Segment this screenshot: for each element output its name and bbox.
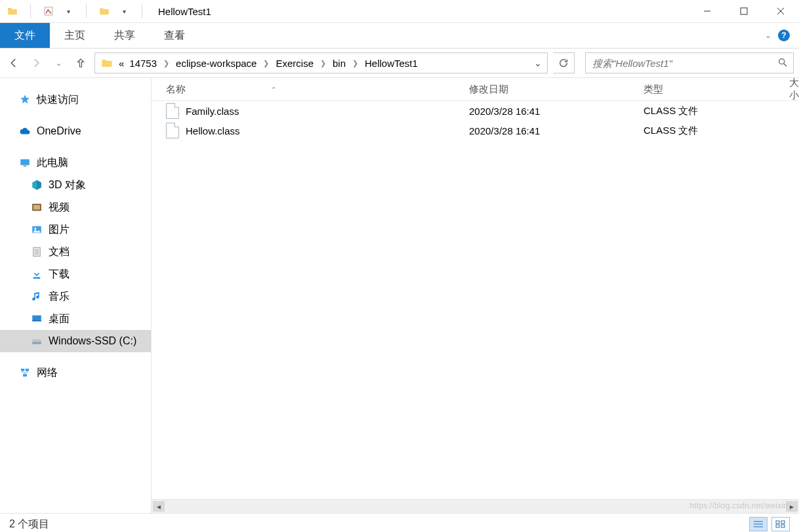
help-icon[interactable]: ?	[778, 30, 790, 41]
svg-rect-17	[33, 277, 41, 279]
tree-documents[interactable]: 文档	[0, 241, 151, 263]
tree-desktop[interactable]: 桌面	[0, 308, 151, 330]
column-type[interactable]: 类型	[629, 83, 775, 96]
file-row[interactable]: Hellow.class 2020/3/28 16:41 CLASS 文件	[152, 121, 799, 140]
main-area: 快速访问 OneDrive 此电脑 3D 对象 视频 图片 文档	[0, 78, 799, 513]
file-type: CLASS 文件	[629, 125, 775, 137]
cube-icon	[30, 178, 43, 192]
address-bar[interactable]: « 14753 ❯ eclipse-workspace ❯ Exercise ❯…	[94, 52, 548, 73]
tree-label: 网络	[37, 366, 58, 380]
svg-rect-19	[32, 320, 41, 321]
search-input[interactable]	[591, 57, 773, 70]
tree-music[interactable]: 音乐	[0, 285, 151, 308]
tree-network[interactable]: 网络	[0, 361, 151, 384]
tree-label: 下载	[49, 268, 70, 281]
folder-icon	[7, 5, 18, 17]
ribbon-file-tab[interactable]: 文件	[0, 23, 50, 48]
chevron-right-icon[interactable]: ❯	[259, 59, 273, 68]
file-icon	[166, 103, 179, 119]
breadcrumb-item[interactable]: 14753	[127, 58, 159, 69]
chevron-right-icon[interactable]: ❯	[159, 59, 173, 68]
chevron-right-icon[interactable]: ❯	[316, 59, 330, 68]
tree-label: 图片	[49, 223, 70, 237]
tree-label: OneDrive	[37, 125, 81, 137]
file-list: 名称 ⌃ 修改日期 类型 大小 Family.class 2020/3/28 1…	[152, 78, 799, 513]
tree-3d-objects[interactable]: 3D 对象	[0, 174, 151, 196]
file-name: Family.class	[186, 106, 239, 117]
tree-quick-access[interactable]: 快速访问	[0, 89, 151, 111]
svg-rect-2	[741, 8, 747, 14]
search-icon[interactable]	[777, 57, 788, 70]
column-name[interactable]: 名称 ⌃	[152, 83, 455, 96]
tree-label: 视频	[49, 201, 70, 215]
refresh-button[interactable]	[553, 52, 575, 73]
minimize-button[interactable]	[689, 0, 726, 22]
tree-label: Windows-SSD (C:)	[49, 335, 136, 347]
breadcrumb-item[interactable]: bin	[330, 58, 348, 69]
qat-dropdown-icon[interactable]: ▾	[62, 5, 74, 17]
watermark-text: https://blog.csdn.net/weixin_	[689, 501, 792, 510]
file-type: CLASS 文件	[629, 105, 775, 117]
ribbon-expand-icon[interactable]: ⌄	[765, 31, 771, 40]
network-icon	[18, 366, 31, 379]
breadcrumb-item[interactable]: eclipse-workspace	[173, 58, 259, 69]
svg-rect-32	[781, 525, 785, 527]
tree-label: 3D 对象	[49, 178, 86, 192]
file-row[interactable]: Family.class 2020/3/28 16:41 CLASS 文件	[152, 101, 799, 121]
download-icon	[30, 268, 43, 281]
svg-rect-24	[26, 369, 29, 371]
properties-qat-icon[interactable]	[43, 5, 54, 17]
file-icon	[166, 123, 179, 138]
svg-rect-29	[776, 521, 779, 523]
svg-rect-23	[21, 369, 24, 371]
column-date[interactable]: 修改日期	[455, 83, 629, 96]
breadcrumb-item[interactable]: HellowTest1	[362, 58, 420, 69]
nav-recent-dropdown[interactable]: ⌄	[50, 54, 67, 72]
tree-label: 文档	[49, 245, 70, 259]
nav-back-button[interactable]	[5, 54, 22, 72]
tree-label: 此电脑	[37, 156, 68, 170]
picture-icon	[30, 223, 43, 236]
svg-rect-7	[20, 159, 30, 165]
nav-forward-button[interactable]	[28, 54, 45, 72]
tree-this-pc[interactable]: 此电脑	[0, 152, 151, 174]
column-size[interactable]: 大小	[775, 77, 799, 102]
tree-videos[interactable]: 视频	[0, 196, 151, 218]
address-dropdown-icon[interactable]: ⌄	[531, 58, 544, 68]
tree-onedrive[interactable]: OneDrive	[0, 120, 151, 142]
maximize-button[interactable]	[726, 0, 762, 22]
close-button[interactable]	[762, 0, 799, 22]
window-title: HellowTest1	[154, 6, 211, 17]
view-thumbnails-button[interactable]	[771, 517, 790, 531]
nav-tree[interactable]: 快速访问 OneDrive 此电脑 3D 对象 视频 图片 文档	[0, 78, 152, 513]
qat-customize-icon[interactable]: ▾	[118, 5, 130, 17]
tree-downloads[interactable]: 下载	[0, 263, 151, 285]
titlebar: ▾ ▾ HellowTest1	[0, 0, 799, 23]
breadcrumb-item[interactable]: Exercise	[273, 58, 316, 69]
star-icon	[18, 93, 31, 106]
breadcrumb-prefix: «	[116, 58, 127, 69]
ribbon-tab-share[interactable]: 共享	[100, 23, 150, 48]
tree-pictures[interactable]: 图片	[0, 218, 151, 241]
scroll-left-icon[interactable]: ◄	[153, 501, 165, 512]
svg-rect-0	[45, 7, 52, 15]
ribbon-tab-home[interactable]: 主页	[50, 23, 100, 48]
column-label: 名称	[166, 83, 186, 96]
nav-up-button[interactable]	[72, 54, 89, 72]
svg-rect-10	[33, 205, 41, 210]
sort-indicator-icon: ⌃	[271, 86, 276, 93]
svg-rect-25	[23, 374, 27, 377]
chevron-right-icon[interactable]: ❯	[348, 59, 362, 68]
tree-windows-ssd[interactable]: Windows-SSD (C:)	[0, 330, 151, 352]
svg-point-22	[40, 342, 41, 344]
file-date: 2020/3/28 16:41	[455, 125, 629, 136]
tree-label: 桌面	[49, 312, 70, 326]
file-name: Hellow.class	[186, 125, 240, 136]
computer-icon	[18, 156, 31, 169]
ribbon-tab-view[interactable]: 查看	[150, 23, 199, 48]
ribbon: 文件 主页 共享 查看 ⌄ ?	[0, 23, 799, 49]
search-box[interactable]	[585, 52, 794, 73]
view-details-button[interactable]	[749, 517, 768, 531]
breadcrumb-folder-icon	[100, 56, 113, 70]
folder-title-icon	[98, 5, 110, 17]
